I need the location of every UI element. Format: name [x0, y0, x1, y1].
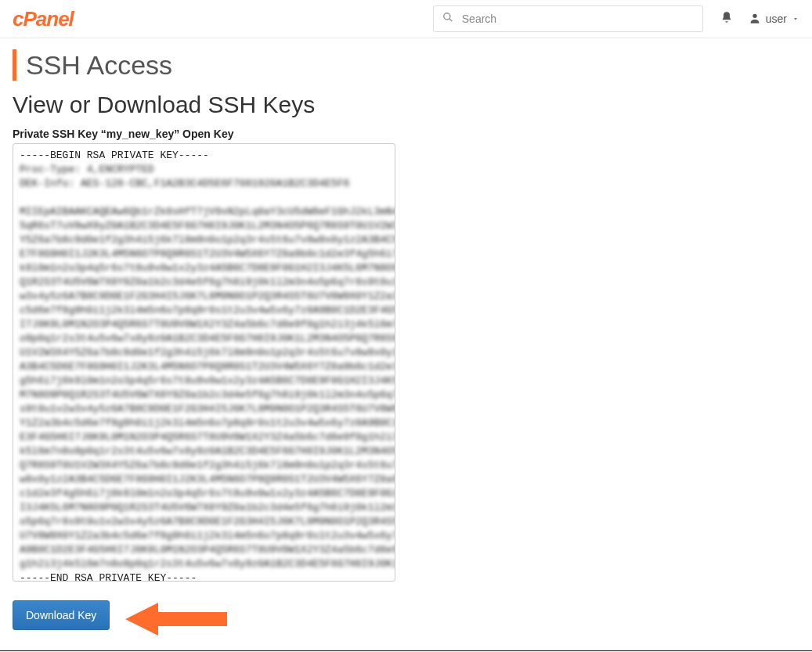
user-label: user [766, 13, 787, 25]
search-input[interactable] [433, 5, 703, 32]
svg-point-2 [752, 13, 756, 17]
page-title: SSH Access [26, 50, 172, 81]
cpanel-logo: cPanel [13, 7, 74, 31]
key-label: Private SSH Key “my_new_key” Open Key [13, 128, 799, 140]
top-icons: user [720, 11, 799, 27]
notifications-icon[interactable] [720, 11, 733, 27]
svg-point-0 [444, 13, 450, 20]
key-end-line: -----END RSA PRIVATE KEY----- [20, 571, 388, 582]
logo-text: cPanel [13, 7, 74, 31]
private-key-textarea[interactable]: -----BEGIN RSA PRIVATE KEY----- Proc-Typ… [13, 143, 395, 582]
key-begin-line: -----BEGIN RSA PRIVATE KEY----- [20, 149, 388, 163]
download-key-button[interactable]: Download Key [13, 600, 110, 630]
section-title: View or Download SSH Keys [13, 92, 799, 118]
search-container [433, 5, 703, 32]
search-icon [442, 12, 453, 26]
chevron-down-icon [792, 13, 799, 25]
key-body-blurred: Proc-Type: 4,ENCRYPTED DEK-Info: AES-128… [20, 163, 388, 571]
user-icon [749, 12, 761, 27]
footer-divider [0, 650, 812, 651]
page-title-row: SSH Access [13, 49, 799, 81]
main-content: SSH Access View or Download SSH Keys Pri… [0, 38, 812, 646]
user-menu[interactable]: user [749, 12, 799, 27]
accent-bar [13, 49, 16, 81]
top-bar: cPanel user [0, 0, 812, 38]
svg-line-1 [449, 19, 452, 21]
